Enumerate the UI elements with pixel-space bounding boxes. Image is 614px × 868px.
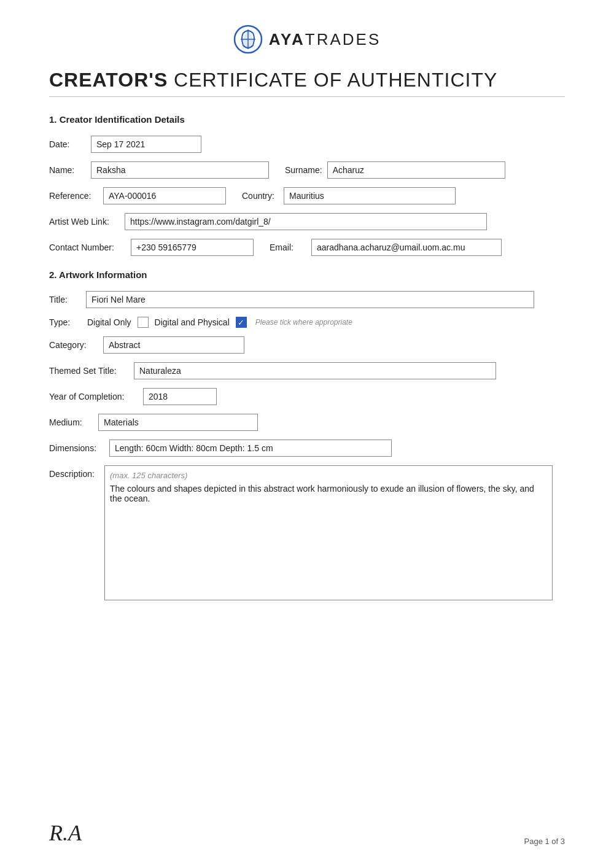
title-divider [49, 96, 565, 97]
logo-area: AYATRADES [49, 25, 565, 54]
artwork-title-label: Title: [49, 295, 81, 304]
dimensions-row: Dimensions: Length: 60cm Width: 80cm Dep… [49, 440, 565, 457]
medium-input[interactable]: Materials [98, 414, 258, 431]
year-label: Year of Completion: [49, 392, 138, 401]
artwork-title-input[interactable]: Fiori Nel Mare [86, 291, 534, 308]
dimensions-label: Dimensions: [49, 443, 104, 453]
medium-row: Medium: Materials [49, 414, 565, 431]
contact-row: Contact Number: +230 59165779 Email: aar… [49, 239, 565, 256]
description-text: The colours and shapes depicted in this … [110, 484, 547, 503]
reference-input[interactable]: AYA-000016 [103, 187, 226, 204]
email-input[interactable]: aaradhana.acharuz@umail.uom.ac.mu [311, 239, 502, 256]
weblink-row: Artist Web Link: https://www.instagram.c… [49, 213, 565, 230]
email-label: Email: [270, 242, 306, 252]
digital-physical-checkbox[interactable]: ✓ [236, 317, 247, 328]
contact-label: Contact Number: [49, 242, 126, 252]
surname-input[interactable]: Acharuz [327, 161, 505, 179]
type-label: Type: [49, 317, 81, 327]
date-input[interactable]: Sep 17 2021 [91, 136, 201, 153]
logo-icon [233, 25, 263, 54]
artwork-title-row: Title: Fiori Nel Mare [49, 291, 565, 308]
digital-only-label: Digital Only [87, 317, 131, 327]
name-label: Name: [49, 165, 86, 175]
date-label: Date: [49, 139, 86, 149]
surname-label: Surname: [285, 165, 322, 175]
weblink-label: Artist Web Link: [49, 217, 120, 227]
reference-row: Reference: AYA-000016 Country: Mauritius [49, 187, 565, 204]
date-row: Date: Sep 17 2021 [49, 136, 565, 153]
country-input[interactable]: Mauritius [284, 187, 456, 204]
contact-input[interactable]: +230 59165779 [131, 239, 254, 256]
reference-label: Reference: [49, 191, 98, 201]
digital-only-checkbox[interactable] [138, 317, 149, 328]
type-hint: Please tick where appropriate [255, 318, 352, 327]
description-row: Description: (max. 125 characters) The c… [49, 465, 565, 600]
page-number: Page 1 of 3 [524, 837, 565, 846]
year-input[interactable]: 2018 [143, 388, 217, 405]
category-label: Category: [49, 340, 98, 350]
dimensions-input[interactable]: Length: 60cm Width: 80cm Depth: 1.5 cm [109, 440, 392, 457]
description-textarea[interactable]: (max. 125 characters) The colours and sh… [104, 465, 553, 600]
logo-text: AYATRADES [269, 30, 381, 49]
description-label: Description: [49, 465, 104, 479]
category-row: Category: Abstract [49, 336, 565, 354]
themed-label: Themed Set Title: [49, 366, 129, 376]
section2-heading: 2. Artwork Information [49, 269, 565, 280]
medium-label: Medium: [49, 417, 93, 427]
description-hint: (max. 125 characters) [110, 471, 547, 480]
year-row: Year of Completion: 2018 [49, 388, 565, 405]
name-input[interactable]: Raksha [91, 161, 269, 179]
type-row: Type: Digital Only Digital and Physical … [49, 317, 565, 328]
category-input[interactable]: Abstract [103, 336, 244, 354]
name-row: Name: Raksha Surname: Acharuz [49, 161, 565, 179]
digital-physical-label: Digital and Physical [155, 317, 230, 327]
themed-input[interactable]: Naturaleza [134, 362, 496, 379]
themed-row: Themed Set Title: Naturaleza [49, 362, 565, 379]
signature: R.A [49, 820, 82, 846]
footer: R.A Page 1 of 3 [49, 820, 565, 846]
weblink-input[interactable]: https://www.instagram.com/datgirl_8/ [125, 213, 487, 230]
cert-title: CREATOR'S CERTIFICATE OF AUTHENTICITY [49, 69, 565, 91]
country-label: Country: [242, 191, 279, 201]
section1-heading: 1. Creator Identification Details [49, 114, 565, 125]
page: AYATRADES CREATOR'S CERTIFICATE OF AUTHE… [0, 0, 614, 868]
